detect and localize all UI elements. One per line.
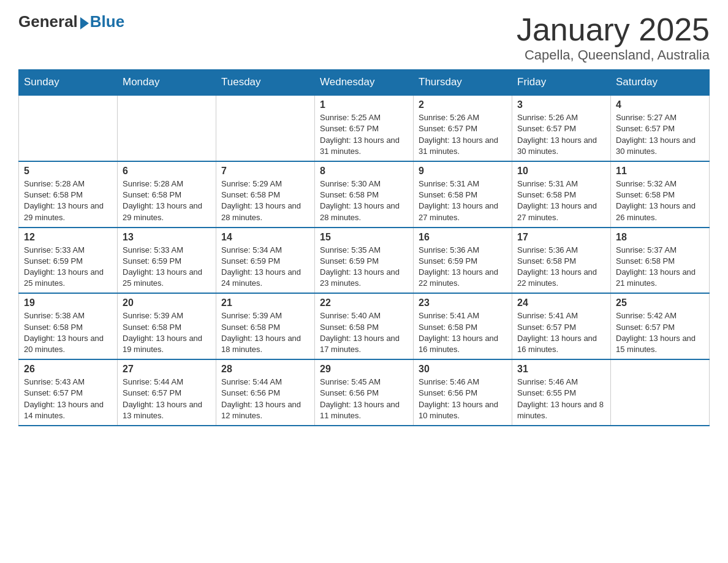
day-info: Sunrise: 5:33 AMSunset: 6:59 PMDaylight:… (24, 245, 112, 289)
day-info: Sunrise: 5:46 AMSunset: 6:55 PMDaylight:… (517, 377, 605, 421)
calendar-day-22: 22Sunrise: 5:40 AMSunset: 6:58 PMDayligh… (315, 293, 414, 359)
day-info: Sunrise: 5:29 AMSunset: 6:58 PMDaylight:… (221, 178, 309, 223)
day-number: 19 (24, 297, 112, 308)
day-number: 4 (616, 99, 704, 110)
calendar-day-11: 11Sunrise: 5:32 AMSunset: 6:58 PMDayligh… (611, 161, 710, 228)
day-number: 25 (616, 297, 704, 308)
calendar-week-row: 5Sunrise: 5:28 AMSunset: 6:58 PMDaylight… (19, 161, 710, 228)
day-number: 3 (517, 99, 605, 110)
calendar-header-wednesday: Wednesday (315, 70, 414, 96)
day-info: Sunrise: 5:25 AMSunset: 6:57 PMDaylight:… (320, 112, 408, 157)
calendar-header-friday: Friday (512, 70, 611, 96)
day-info: Sunrise: 5:36 AMSunset: 6:58 PMDaylight:… (517, 245, 605, 289)
day-number: 28 (221, 364, 309, 375)
calendar-day-27: 27Sunrise: 5:44 AMSunset: 6:57 PMDayligh… (118, 359, 216, 426)
logo: General Blue (18, 12, 124, 31)
calendar-empty-cell (611, 359, 710, 426)
calendar-day-3: 3Sunrise: 5:26 AMSunset: 6:57 PMDaylight… (512, 95, 611, 161)
day-number: 16 (419, 232, 507, 243)
calendar-header-thursday: Thursday (414, 70, 512, 96)
day-info: Sunrise: 5:28 AMSunset: 6:58 PMDaylight:… (123, 178, 211, 223)
calendar-empty-cell (19, 95, 118, 161)
calendar-day-20: 20Sunrise: 5:39 AMSunset: 6:58 PMDayligh… (118, 293, 216, 359)
day-info: Sunrise: 5:41 AMSunset: 6:57 PMDaylight:… (517, 310, 605, 355)
day-info: Sunrise: 5:27 AMSunset: 6:57 PMDaylight:… (616, 112, 704, 157)
calendar-day-16: 16Sunrise: 5:36 AMSunset: 6:59 PMDayligh… (414, 228, 512, 294)
day-number: 30 (419, 364, 507, 375)
page-title: January 2025 (517, 12, 710, 47)
calendar-week-row: 19Sunrise: 5:38 AMSunset: 6:58 PMDayligh… (19, 293, 710, 359)
calendar-day-17: 17Sunrise: 5:36 AMSunset: 6:58 PMDayligh… (512, 228, 611, 294)
day-info: Sunrise: 5:34 AMSunset: 6:59 PMDaylight:… (221, 245, 309, 289)
day-info: Sunrise: 5:40 AMSunset: 6:58 PMDaylight:… (320, 310, 408, 355)
day-info: Sunrise: 5:26 AMSunset: 6:57 PMDaylight:… (517, 112, 605, 157)
logo-blue-text: Blue (90, 12, 124, 31)
day-number: 9 (419, 166, 507, 177)
day-number: 27 (123, 364, 211, 375)
day-info: Sunrise: 5:41 AMSunset: 6:58 PMDaylight:… (419, 310, 507, 355)
logo-arrow-icon (80, 17, 89, 29)
calendar-day-24: 24Sunrise: 5:41 AMSunset: 6:57 PMDayligh… (512, 293, 611, 359)
day-number: 14 (221, 232, 309, 243)
day-info: Sunrise: 5:44 AMSunset: 6:57 PMDaylight:… (123, 377, 211, 421)
calendar-week-row: 1Sunrise: 5:25 AMSunset: 6:57 PMDaylight… (19, 95, 710, 161)
calendar-day-19: 19Sunrise: 5:38 AMSunset: 6:58 PMDayligh… (19, 293, 118, 359)
calendar-day-18: 18Sunrise: 5:37 AMSunset: 6:58 PMDayligh… (611, 228, 710, 294)
day-number: 22 (320, 297, 408, 308)
calendar-day-2: 2Sunrise: 5:26 AMSunset: 6:57 PMDaylight… (414, 95, 512, 161)
day-number: 5 (24, 166, 112, 177)
day-info: Sunrise: 5:38 AMSunset: 6:58 PMDaylight:… (24, 310, 112, 355)
calendar-week-row: 26Sunrise: 5:43 AMSunset: 6:57 PMDayligh… (19, 359, 710, 426)
day-number: 15 (320, 232, 408, 243)
day-number: 17 (517, 232, 605, 243)
calendar-day-29: 29Sunrise: 5:45 AMSunset: 6:56 PMDayligh… (315, 359, 414, 426)
day-info: Sunrise: 5:35 AMSunset: 6:59 PMDaylight:… (320, 245, 408, 289)
day-info: Sunrise: 5:26 AMSunset: 6:57 PMDaylight:… (419, 112, 507, 157)
logo-general-text: General (18, 12, 78, 31)
day-info: Sunrise: 5:46 AMSunset: 6:56 PMDaylight:… (419, 377, 507, 421)
calendar-day-28: 28Sunrise: 5:44 AMSunset: 6:56 PMDayligh… (216, 359, 315, 426)
day-number: 7 (221, 166, 309, 177)
day-info: Sunrise: 5:44 AMSunset: 6:56 PMDaylight:… (221, 377, 309, 421)
day-number: 8 (320, 166, 408, 177)
calendar-empty-cell (118, 95, 216, 161)
day-info: Sunrise: 5:30 AMSunset: 6:58 PMDaylight:… (320, 178, 408, 223)
calendar-day-14: 14Sunrise: 5:34 AMSunset: 6:59 PMDayligh… (216, 228, 315, 294)
day-number: 20 (123, 297, 211, 308)
day-info: Sunrise: 5:33 AMSunset: 6:59 PMDaylight:… (123, 245, 211, 289)
calendar-header-row: SundayMondayTuesdayWednesdayThursdayFrid… (19, 70, 710, 96)
calendar-day-30: 30Sunrise: 5:46 AMSunset: 6:56 PMDayligh… (414, 359, 512, 426)
day-info: Sunrise: 5:31 AMSunset: 6:58 PMDaylight:… (517, 178, 605, 223)
calendar-header-tuesday: Tuesday (216, 70, 315, 96)
calendar-empty-cell (216, 95, 315, 161)
calendar-day-4: 4Sunrise: 5:27 AMSunset: 6:57 PMDaylight… (611, 95, 710, 161)
day-info: Sunrise: 5:42 AMSunset: 6:57 PMDaylight:… (616, 310, 704, 355)
calendar-day-8: 8Sunrise: 5:30 AMSunset: 6:58 PMDaylight… (315, 161, 414, 228)
day-number: 31 (517, 364, 605, 375)
title-section: January 2025 Capella, Queensland, Austra… (517, 12, 710, 63)
calendar-day-31: 31Sunrise: 5:46 AMSunset: 6:55 PMDayligh… (512, 359, 611, 426)
calendar-day-15: 15Sunrise: 5:35 AMSunset: 6:59 PMDayligh… (315, 228, 414, 294)
calendar-day-9: 9Sunrise: 5:31 AMSunset: 6:58 PMDaylight… (414, 161, 512, 228)
day-number: 10 (517, 166, 605, 177)
calendar-header-monday: Monday (118, 70, 216, 96)
day-number: 12 (24, 232, 112, 243)
calendar-day-26: 26Sunrise: 5:43 AMSunset: 6:57 PMDayligh… (19, 359, 118, 426)
day-number: 13 (123, 232, 211, 243)
day-number: 1 (320, 99, 408, 110)
day-number: 21 (221, 297, 309, 308)
calendar-table: SundayMondayTuesdayWednesdayThursdayFrid… (18, 69, 710, 426)
day-number: 26 (24, 364, 112, 375)
day-info: Sunrise: 5:31 AMSunset: 6:58 PMDaylight:… (419, 178, 507, 223)
calendar-header-saturday: Saturday (611, 70, 710, 96)
day-number: 24 (517, 297, 605, 308)
day-info: Sunrise: 5:39 AMSunset: 6:58 PMDaylight:… (221, 310, 309, 355)
calendar-day-23: 23Sunrise: 5:41 AMSunset: 6:58 PMDayligh… (414, 293, 512, 359)
day-number: 29 (320, 364, 408, 375)
calendar-header-sunday: Sunday (19, 70, 118, 96)
day-info: Sunrise: 5:32 AMSunset: 6:58 PMDaylight:… (616, 178, 704, 223)
calendar-day-5: 5Sunrise: 5:28 AMSunset: 6:58 PMDaylight… (19, 161, 118, 228)
day-info: Sunrise: 5:37 AMSunset: 6:58 PMDaylight:… (616, 245, 704, 289)
calendar-day-7: 7Sunrise: 5:29 AMSunset: 6:58 PMDaylight… (216, 161, 315, 228)
calendar-day-1: 1Sunrise: 5:25 AMSunset: 6:57 PMDaylight… (315, 95, 414, 161)
